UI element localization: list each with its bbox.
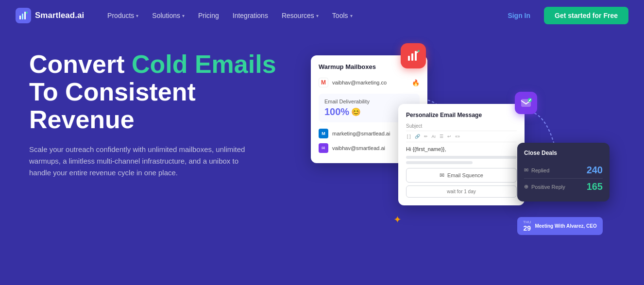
chevron-down-icon: ▾ bbox=[136, 13, 138, 18]
email-body: Hi {{first_name}}, bbox=[406, 146, 517, 152]
chevron-down-icon: ▾ bbox=[350, 13, 353, 18]
svg-rect-4 bbox=[408, 56, 410, 61]
wait-button[interactable]: wait for 1 day bbox=[406, 185, 517, 198]
nav-links: Products ▾ Solutions ▾ Pricing Integrati… bbox=[102, 8, 502, 23]
svg-rect-2 bbox=[24, 12, 26, 19]
meeting-date: THU 29 bbox=[523, 220, 531, 232]
hero-illustration: Warmup Mailboxes M vaibhav@marketing.co … bbox=[301, 41, 615, 274]
email-floating-icon bbox=[515, 92, 537, 114]
microsoft-icon: M bbox=[319, 129, 328, 138]
hero-section: Convert Cold Emails To Consistent Revenu… bbox=[0, 31, 644, 285]
svg-rect-5 bbox=[411, 53, 413, 61]
chevron-down-icon: ▾ bbox=[316, 13, 319, 18]
logo[interactable]: Smartlead.ai bbox=[16, 8, 84, 23]
logo-icon bbox=[16, 8, 31, 23]
email-card-title: Personalize Email Message bbox=[406, 112, 517, 118]
close-stat-replied: ✉ Replied 240 bbox=[524, 162, 603, 179]
svg-point-3 bbox=[26, 12, 28, 14]
sign-in-button[interactable]: Sign In bbox=[502, 8, 536, 23]
svg-point-7 bbox=[418, 50, 420, 52]
navbar: Smartlead.ai Products ▾ Solutions ▾ Pric… bbox=[0, 0, 644, 31]
chevron-down-icon: ▾ bbox=[182, 13, 185, 18]
svg-rect-0 bbox=[19, 16, 21, 19]
close-deals-card: Close Deals ✉ Replied 240 ⊕ Positive Rep… bbox=[517, 143, 610, 201]
meeting-badge: THU 29 Meeting With Alvarez, CEO bbox=[517, 217, 603, 235]
nav-pricing[interactable]: Pricing bbox=[192, 8, 225, 23]
svg-rect-6 bbox=[415, 51, 417, 61]
hero-subtitle: Scale your outreach confidently with unl… bbox=[29, 144, 262, 179]
brand-name: Smartlead.ai bbox=[35, 11, 84, 20]
mailbox-row-1: M vaibhav@marketing.co 🔥 bbox=[319, 75, 420, 90]
nav-right: Sign In Get started for Free bbox=[502, 7, 628, 24]
hero-highlight: Cold Emails bbox=[132, 50, 276, 78]
nav-solutions[interactable]: Solutions ▾ bbox=[146, 8, 190, 23]
gmail-icon: M bbox=[319, 78, 328, 87]
svg-rect-1 bbox=[22, 14, 23, 19]
email-toolbar: [ ] 🔗 ✏ Aı ☰ ↩ «» bbox=[406, 131, 517, 142]
analytics-icon bbox=[401, 43, 426, 68]
nav-resources[interactable]: Resources ▾ bbox=[276, 8, 324, 23]
close-deals-title: Close Deals bbox=[524, 150, 603, 156]
star-decoration: ✦ bbox=[393, 214, 402, 225]
nav-tools[interactable]: Tools ▾ bbox=[326, 8, 358, 23]
hero-text: Convert Cold Emails To Consistent Revenu… bbox=[29, 46, 301, 179]
meeting-title: Meeting With Alvarez, CEO bbox=[535, 223, 596, 229]
hero-title: Convert Cold Emails To Consistent Revenu… bbox=[29, 50, 301, 134]
nav-products[interactable]: Products ▾ bbox=[102, 8, 144, 23]
mail-icon: ✉ bbox=[319, 143, 328, 153]
get-started-button[interactable]: Get started for Free bbox=[544, 7, 628, 24]
email-card: Personalize Email Message Subject [ ] 🔗 … bbox=[398, 104, 525, 205]
nav-integrations[interactable]: Integrations bbox=[227, 8, 274, 23]
close-stat-positive: ⊕ Positive Reply 165 bbox=[524, 179, 603, 195]
email-sequence-button[interactable]: ✉ Email Squence bbox=[406, 168, 517, 183]
